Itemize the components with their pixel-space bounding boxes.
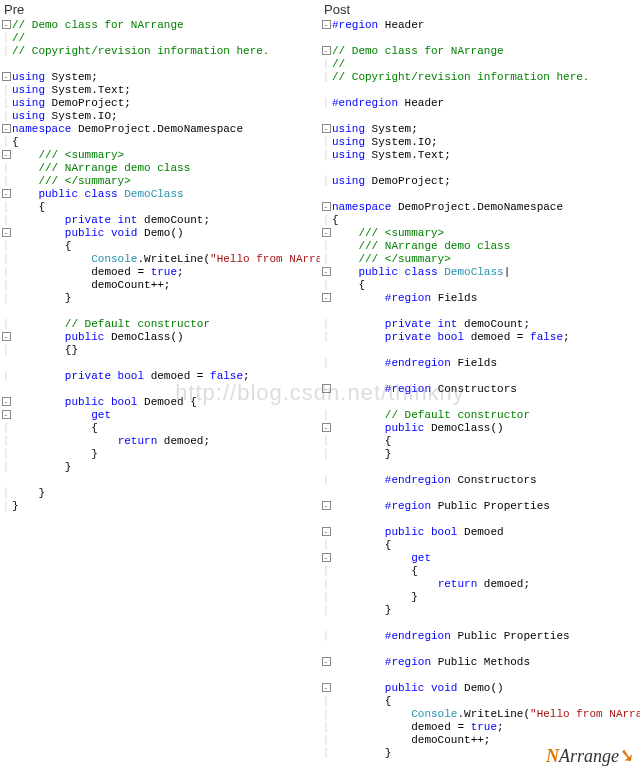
code-line: │ private bool demoed = false; [320,331,640,344]
fold-gutter[interactable]: - [320,123,332,136]
fold-gutter[interactable]: - [320,682,332,695]
fold-minus-icon[interactable]: - [2,72,11,81]
fold-minus-icon[interactable]: - [2,410,11,419]
code-line: │ { [320,539,640,552]
fold-minus-icon[interactable]: - [322,267,331,276]
code-text: using System.IO; [332,136,640,149]
code-line [0,305,320,318]
fold-gutter[interactable]: - [0,227,12,240]
logo-n: N [546,746,559,766]
code-line: - #region Fields [320,292,640,305]
fold-gutter[interactable]: - [0,331,12,344]
fold-gutter[interactable]: - [320,500,332,513]
code-line: │ /// NArrange demo class [0,162,320,175]
code-line: - public DemoClass() [0,331,320,344]
fold-gutter: │ [0,32,12,45]
fold-gutter[interactable]: - [320,292,332,305]
fold-gutter[interactable]: - [320,266,332,279]
fold-minus-icon[interactable]: - [2,150,11,159]
code-text: /// </summary> [12,175,320,188]
code-text: #region Fields [332,292,640,305]
code-text: { [332,695,640,708]
fold-minus-icon[interactable]: - [322,683,331,692]
fold-minus-icon[interactable]: - [2,124,11,133]
code-text: // Copyright/revision information here. [332,71,640,84]
fold-minus-icon[interactable]: - [322,384,331,393]
code-text: namespace DemoProject.DemoNamespace [332,201,640,214]
fold-gutter[interactable]: - [320,383,332,396]
fold-gutter[interactable]: - [320,656,332,669]
code-text: /// <summary> [12,149,320,162]
fold-gutter[interactable]: - [0,71,12,84]
code-line [320,461,640,474]
code-line [0,357,320,370]
code-line: - get [320,552,640,565]
fold-minus-icon[interactable]: - [322,553,331,562]
code-text: { [12,240,320,253]
post-code-editor[interactable]: -#region Header-// Demo class for NArran… [320,19,640,773]
fold-gutter[interactable]: - [0,149,12,162]
code-line: │ #endregion Public Properties [320,630,640,643]
code-line: │using System.Text; [0,84,320,97]
fold-gutter[interactable]: - [320,422,332,435]
code-text: Console.WriteLine("Hello from NArrange!"… [332,708,640,721]
fold-minus-icon[interactable]: - [322,20,331,29]
code-line [320,162,640,175]
code-line: -using System; [320,123,640,136]
fold-minus-icon[interactable]: - [322,202,331,211]
code-text: get [332,552,640,565]
fold-gutter: │ [320,279,332,292]
fold-gutter[interactable]: - [0,396,12,409]
fold-gutter[interactable]: - [0,123,12,136]
code-text: using System; [332,123,640,136]
code-line [320,617,640,630]
code-text: // Demo class for NArrange [332,45,640,58]
code-text: public DemoClass() [12,331,320,344]
fold-minus-icon[interactable]: - [322,228,331,237]
code-line: -#region Header [320,19,640,32]
fold-gutter: │ [0,344,12,357]
code-line: │ } [320,448,640,461]
code-line: │using System.Text; [320,149,640,162]
fold-gutter: │ [320,435,332,448]
fold-minus-icon[interactable]: - [2,20,11,29]
code-text: // Default constructor [332,409,640,422]
fold-gutter[interactable]: - [320,526,332,539]
fold-minus-icon[interactable]: - [2,189,11,198]
fold-gutter[interactable]: - [0,188,12,201]
fold-minus-icon[interactable]: - [2,228,11,237]
code-line [320,396,640,409]
fold-gutter[interactable]: - [320,552,332,565]
fold-gutter[interactable]: - [0,19,12,32]
fold-gutter: │ [0,370,12,383]
code-text: } [332,448,640,461]
fold-gutter: │ [320,136,332,149]
fold-gutter[interactable]: - [320,227,332,240]
code-text: {} [12,344,320,357]
code-text: #endregion Public Properties [332,630,640,643]
pre-code-editor[interactable]: -// Demo class for NArrange│//│// Copyri… [0,19,320,513]
fold-gutter: │ [320,357,332,370]
code-line: -namespace DemoProject.DemoNamespace [0,123,320,136]
code-line: - #region Public Methods [320,656,640,669]
fold-minus-icon[interactable]: - [322,423,331,432]
fold-gutter: │ [320,58,332,71]
code-line: │ // Default constructor [320,409,640,422]
fold-gutter[interactable]: - [320,19,332,32]
fold-minus-icon[interactable]: - [322,501,331,510]
fold-minus-icon[interactable]: - [2,332,11,341]
code-line: │ } [320,591,640,604]
code-text: using System; [12,71,320,84]
fold-minus-icon[interactable]: - [322,46,331,55]
fold-minus-icon[interactable]: - [322,527,331,536]
code-line: │ { [0,240,320,253]
fold-gutter[interactable]: - [0,409,12,422]
fold-minus-icon[interactable]: - [2,397,11,406]
fold-gutter[interactable]: - [320,201,332,214]
fold-minus-icon[interactable]: - [322,293,331,302]
fold-gutter[interactable]: - [320,45,332,58]
fold-minus-icon[interactable]: - [322,124,331,133]
code-text: #region Public Properties [332,500,640,513]
fold-minus-icon[interactable]: - [322,657,331,666]
code-line: - /// <summary> [320,227,640,240]
